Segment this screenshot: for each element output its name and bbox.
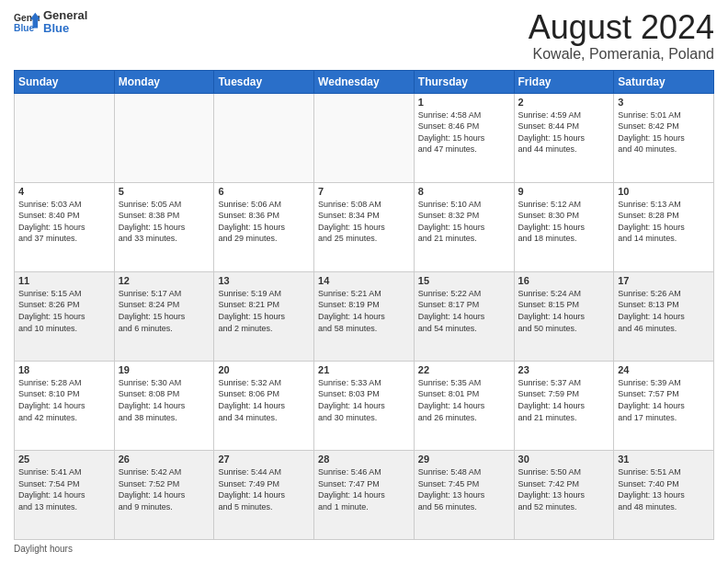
calendar-cell: 4Sunrise: 5:03 AM Sunset: 8:40 PM Daylig… [15,182,115,271]
calendar-cell: 16Sunrise: 5:24 AM Sunset: 8:15 PM Dayli… [514,271,614,361]
calendar-cell: 20Sunrise: 5:32 AM Sunset: 8:06 PM Dayli… [214,361,314,450]
calendar-cell: 23Sunrise: 5:37 AM Sunset: 7:59 PM Dayli… [514,361,614,450]
day-info: Sunrise: 5:42 AM Sunset: 7:52 PM Dayligh… [119,466,210,512]
day-number: 3 [618,97,710,108]
day-info: Sunrise: 5:33 AM Sunset: 8:03 PM Dayligh… [318,377,410,423]
day-info: Sunrise: 5:28 AM Sunset: 8:10 PM Dayligh… [18,377,110,423]
calendar-cell: 19Sunrise: 5:30 AM Sunset: 8:08 PM Dayli… [114,361,214,450]
day-info: Sunrise: 4:59 AM Sunset: 8:44 PM Dayligh… [518,109,610,155]
calendar-week-row: 11Sunrise: 5:15 AM Sunset: 8:26 PM Dayli… [15,271,714,361]
day-info: Sunrise: 5:24 AM Sunset: 8:15 PM Dayligh… [518,288,610,334]
day-number: 21 [318,364,410,375]
calendar-week-row: 4Sunrise: 5:03 AM Sunset: 8:40 PM Daylig… [15,182,714,271]
day-info: Sunrise: 5:39 AM Sunset: 7:57 PM Dayligh… [618,377,710,423]
weekday-header-thursday: Thursday [414,70,514,93]
calendar-week-row: 25Sunrise: 5:41 AM Sunset: 7:54 PM Dayli… [15,450,714,539]
calendar-cell: 28Sunrise: 5:46 AM Sunset: 7:47 PM Dayli… [314,450,415,539]
day-info: Sunrise: 5:08 AM Sunset: 8:34 PM Dayligh… [318,199,410,245]
calendar-cell: 5Sunrise: 5:05 AM Sunset: 8:38 PM Daylig… [114,182,214,271]
calendar-cell: 2Sunrise: 4:59 AM Sunset: 8:44 PM Daylig… [514,93,614,182]
calendar-cell: 11Sunrise: 5:15 AM Sunset: 8:26 PM Dayli… [15,271,115,361]
day-info: Sunrise: 5:37 AM Sunset: 7:59 PM Dayligh… [518,377,610,423]
weekday-header-monday: Monday [114,70,214,93]
day-info: Sunrise: 5:17 AM Sunset: 8:24 PM Dayligh… [119,288,210,334]
day-info: Sunrise: 5:46 AM Sunset: 7:47 PM Dayligh… [318,466,410,512]
calendar-cell: 12Sunrise: 5:17 AM Sunset: 8:24 PM Dayli… [114,271,214,361]
svg-text:Blue: Blue [14,24,35,34]
title-block: August 2024 Kowale, Pomerania, Poland [529,9,714,63]
day-info: Sunrise: 5:51 AM Sunset: 7:40 PM Dayligh… [618,466,710,512]
day-number: 25 [18,454,110,465]
day-info: Sunrise: 5:10 AM Sunset: 8:32 PM Dayligh… [418,199,510,245]
day-number: 22 [418,364,510,375]
day-number: 4 [18,186,110,197]
day-info: Sunrise: 5:03 AM Sunset: 8:40 PM Dayligh… [18,199,110,245]
calendar-cell [15,93,115,182]
weekday-header-sunday: Sunday [15,70,115,93]
day-info: Sunrise: 5:05 AM Sunset: 8:38 PM Dayligh… [119,199,210,245]
day-number: 23 [518,364,610,375]
day-info: Sunrise: 5:19 AM Sunset: 8:21 PM Dayligh… [218,288,310,334]
day-number: 27 [218,454,310,465]
calendar-cell: 1Sunrise: 4:58 AM Sunset: 8:46 PM Daylig… [414,93,514,182]
calendar-cell: 9Sunrise: 5:12 AM Sunset: 8:30 PM Daylig… [514,182,614,271]
calendar-cell: 13Sunrise: 5:19 AM Sunset: 8:21 PM Dayli… [214,271,314,361]
day-info: Sunrise: 5:12 AM Sunset: 8:30 PM Dayligh… [518,199,610,245]
calendar-cell: 27Sunrise: 5:44 AM Sunset: 7:49 PM Dayli… [214,450,314,539]
day-number: 11 [18,275,110,286]
day-info: Sunrise: 5:35 AM Sunset: 8:01 PM Dayligh… [418,377,510,423]
day-number: 8 [418,186,510,197]
day-number: 24 [618,364,710,375]
weekday-header-saturday: Saturday [614,70,714,93]
day-info: Sunrise: 5:26 AM Sunset: 8:13 PM Dayligh… [618,288,710,334]
location-subtitle: Kowale, Pomerania, Poland [529,46,714,63]
day-number: 6 [218,186,310,197]
day-number: 18 [18,364,110,375]
calendar-cell: 3Sunrise: 5:01 AM Sunset: 8:42 PM Daylig… [614,93,714,182]
calendar-cell: 18Sunrise: 5:28 AM Sunset: 8:10 PM Dayli… [15,361,115,450]
day-number: 19 [119,364,210,375]
day-number: 7 [318,186,410,197]
day-info: Sunrise: 5:01 AM Sunset: 8:42 PM Dayligh… [618,109,710,155]
calendar-cell: 15Sunrise: 5:22 AM Sunset: 8:17 PM Dayli… [414,271,514,361]
day-info: Sunrise: 5:50 AM Sunset: 7:42 PM Dayligh… [518,466,610,512]
calendar-cell: 8Sunrise: 5:10 AM Sunset: 8:32 PM Daylig… [414,182,514,271]
calendar-cell: 31Sunrise: 5:51 AM Sunset: 7:40 PM Dayli… [614,450,714,539]
day-number: 15 [418,275,510,286]
calendar-cell: 29Sunrise: 5:48 AM Sunset: 7:45 PM Dayli… [414,450,514,539]
calendar-cell: 25Sunrise: 5:41 AM Sunset: 7:54 PM Dayli… [15,450,115,539]
day-number: 1 [418,97,510,108]
calendar-cell [314,93,415,182]
calendar-cell: 24Sunrise: 5:39 AM Sunset: 7:57 PM Dayli… [614,361,714,450]
day-number: 10 [618,186,710,197]
logo: General Blue General Blue [14,9,87,36]
day-number: 17 [618,275,710,286]
calendar-cell: 17Sunrise: 5:26 AM Sunset: 8:13 PM Dayli… [614,271,714,361]
day-number: 2 [518,97,610,108]
calendar-week-row: 18Sunrise: 5:28 AM Sunset: 8:10 PM Dayli… [15,361,714,450]
calendar-cell [214,93,314,182]
logo-icon: General Blue [14,9,40,35]
weekday-header-row: SundayMondayTuesdayWednesdayThursdayFrid… [15,70,714,93]
day-info: Sunrise: 4:58 AM Sunset: 8:46 PM Dayligh… [418,109,510,155]
footer-daylight: Daylight hours [14,544,714,554]
day-number: 9 [518,186,610,197]
day-number: 13 [218,275,310,286]
calendar-cell: 22Sunrise: 5:35 AM Sunset: 8:01 PM Dayli… [414,361,514,450]
day-number: 26 [119,454,210,465]
calendar-cell: 14Sunrise: 5:21 AM Sunset: 8:19 PM Dayli… [314,271,415,361]
day-info: Sunrise: 5:22 AM Sunset: 8:17 PM Dayligh… [418,288,510,334]
day-number: 20 [218,364,310,375]
day-info: Sunrise: 5:06 AM Sunset: 8:36 PM Dayligh… [218,199,310,245]
day-info: Sunrise: 5:44 AM Sunset: 7:49 PM Dayligh… [218,466,310,512]
month-title: August 2024 [529,9,714,46]
calendar-table: SundayMondayTuesdayWednesdayThursdayFrid… [14,70,714,540]
calendar-cell: 10Sunrise: 5:13 AM Sunset: 8:28 PM Dayli… [614,182,714,271]
weekday-header-friday: Friday [514,70,614,93]
calendar-cell: 26Sunrise: 5:42 AM Sunset: 7:52 PM Dayli… [114,450,214,539]
calendar-cell: 7Sunrise: 5:08 AM Sunset: 8:34 PM Daylig… [314,182,415,271]
day-number: 31 [618,454,710,465]
day-info: Sunrise: 5:48 AM Sunset: 7:45 PM Dayligh… [418,466,510,512]
weekday-header-tuesday: Tuesday [214,70,314,93]
day-number: 29 [418,454,510,465]
